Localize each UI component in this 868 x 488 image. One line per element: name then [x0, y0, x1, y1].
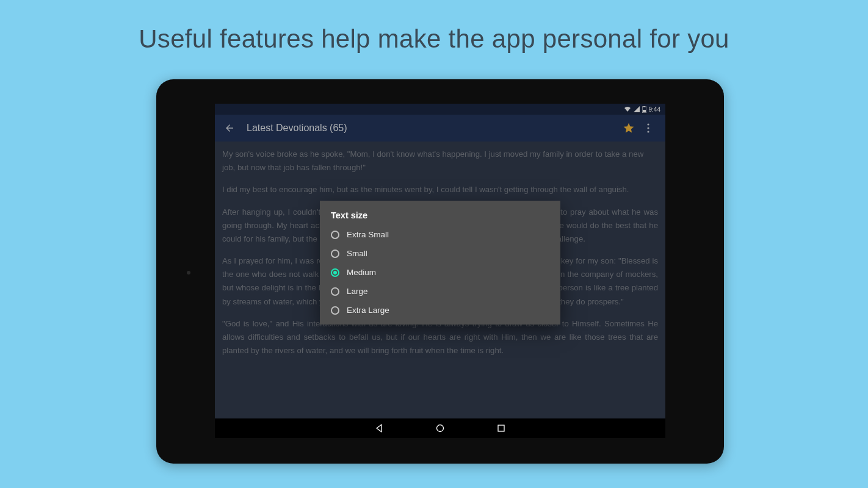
nav-home-button[interactable] — [435, 423, 446, 434]
status-bar: 9:44 — [215, 104, 665, 115]
back-button[interactable] — [222, 121, 237, 135]
svg-point-4 — [647, 127, 649, 129]
paragraph: I did my best to encourage him, but as t… — [222, 183, 658, 196]
signal-icon — [634, 106, 640, 112]
radio-icon — [331, 306, 339, 315]
option-large[interactable]: Large — [320, 282, 560, 301]
option-small[interactable]: Small — [320, 244, 560, 263]
svg-rect-7 — [498, 425, 504, 431]
option-label: Medium — [347, 268, 376, 277]
nav-recents-button[interactable] — [496, 423, 507, 434]
camera-dot — [187, 271, 190, 274]
radio-icon-selected — [331, 268, 339, 277]
option-label: Large — [347, 287, 368, 296]
more-options-button[interactable] — [638, 118, 658, 138]
page-title: Latest Devotionals (65) — [247, 123, 619, 134]
option-extra-small[interactable]: Extra Small — [320, 225, 560, 244]
status-time: 9:44 — [649, 106, 660, 113]
dialog-title: Text size — [320, 210, 560, 225]
wifi-icon — [624, 106, 631, 112]
svg-rect-1 — [643, 106, 645, 107]
battery-icon — [642, 106, 646, 113]
option-label: Extra Large — [347, 306, 389, 315]
option-label: Extra Small — [347, 230, 389, 239]
radio-icon — [331, 249, 339, 258]
svg-point-3 — [647, 123, 649, 125]
radio-icon — [331, 287, 339, 296]
option-extra-large[interactable]: Extra Large — [320, 301, 560, 320]
promo-headline: Useful features help make the app person… — [0, 0, 868, 54]
option-medium[interactable]: Medium — [320, 263, 560, 282]
svg-point-5 — [647, 131, 649, 132]
svg-point-6 — [437, 425, 444, 432]
android-nav-bar — [215, 418, 665, 438]
favorite-button[interactable] — [619, 118, 638, 138]
radio-icon — [331, 231, 339, 239]
nav-back-button[interactable] — [374, 423, 385, 434]
svg-rect-2 — [643, 110, 646, 112]
paragraph: My son's voice broke as he spoke, "Mom, … — [222, 148, 658, 174]
app-bar: Latest Devotionals (65) — [215, 115, 665, 142]
tablet-frame: 9:44 Latest Devotionals (65) My son's vo… — [156, 79, 724, 464]
tablet-screen: 9:44 Latest Devotionals (65) My son's vo… — [215, 104, 665, 438]
text-size-dialog: Text size Extra Small Small Medium Large… — [320, 201, 560, 325]
option-label: Small — [347, 249, 367, 258]
